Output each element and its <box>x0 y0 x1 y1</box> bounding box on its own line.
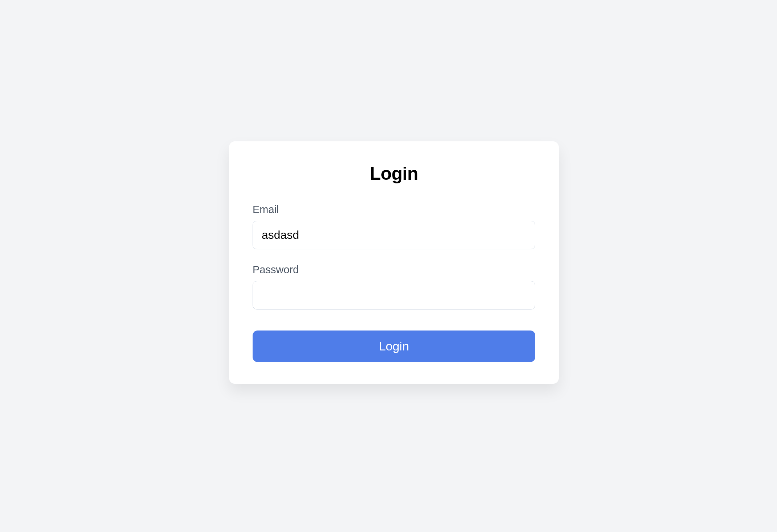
password-input[interactable] <box>253 281 535 309</box>
email-input[interactable] <box>253 221 535 249</box>
email-label: Email <box>253 204 535 216</box>
password-form-group: Password <box>253 264 535 309</box>
login-card: Login Email Password Login <box>229 141 559 384</box>
password-label: Password <box>253 264 535 276</box>
login-button[interactable]: Login <box>253 331 535 362</box>
email-form-group: Email <box>253 204 535 249</box>
login-title: Login <box>253 163 535 184</box>
login-form: Email Password Login <box>253 204 535 362</box>
